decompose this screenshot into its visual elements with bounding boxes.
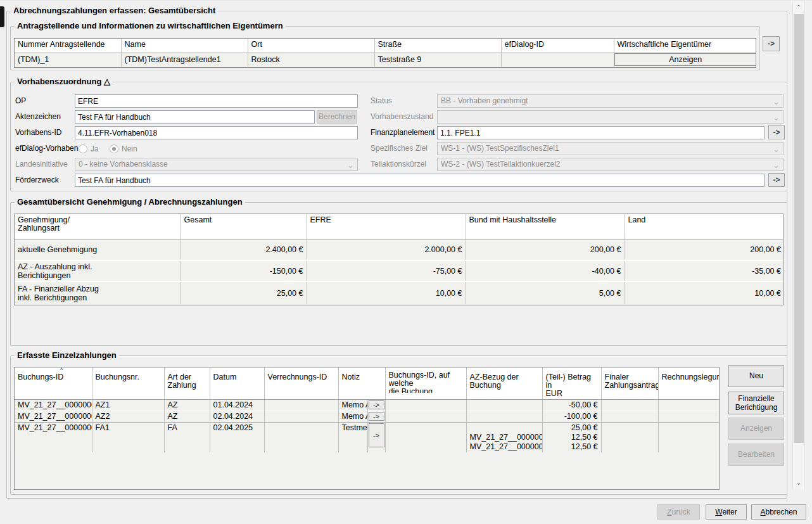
col-datum[interactable]: Datum <box>210 367 264 400</box>
foerderzweck-arrow-button[interactable]: -> <box>768 173 785 187</box>
header-line: EUR <box>546 390 598 398</box>
finanzielle-berichtigung-button[interactable]: Finanzielle Berichtigung <box>728 392 784 414</box>
spezifisches-ziel-label: Spezifisches Ziel <box>371 142 428 155</box>
cell-line: 12,50 € <box>546 433 598 442</box>
finanzplanelement-input[interactable] <box>437 126 764 139</box>
notiz-arrow-button[interactable]: -> <box>369 423 384 447</box>
scroll-down-button[interactable]: ⌄ <box>793 477 804 488</box>
foerderzweck-input[interactable] <box>75 174 764 187</box>
op-input[interactable] <box>75 94 358 108</box>
notiz-arrow-button[interactable]: -> <box>369 400 384 409</box>
finanzplanelement-arrow-button[interactable]: -> <box>768 125 785 139</box>
cell-efre: -75,00 € <box>307 260 466 281</box>
application-window: Abrechnungszahlungen erfassen: Gesamtübe… <box>0 0 812 524</box>
radio-nein-label: Nein <box>122 143 137 156</box>
col-teil-betrag[interactable]: (Teil-) Betrag in EUR <box>542 367 601 400</box>
antragstellende-table: Nummer Antragstellende Name Ort Straße e… <box>14 38 756 68</box>
teilaktionskuerzel-value: WS-2 - (WS) TestTeilaktionkuerzel2 <box>441 160 561 169</box>
teilaktionskuerzel-label: Teilaktionskürzel <box>371 158 426 171</box>
cell-notiz-btn: -> <box>367 411 385 423</box>
header-line: die Buchung <box>389 388 463 393</box>
col-efre: EFRE <box>307 214 466 240</box>
vorhaben-title: Vorhabenszuordnung △ <box>15 77 113 86</box>
aktenzeichen-label: Aktenzeichen <box>15 110 61 124</box>
gesamt-row-aktuelle-genehmigung: aktuelle Genehmigung 2.400,00 € 2.000,00… <box>15 240 783 260</box>
notiz-arrow-button[interactable]: -> <box>369 412 384 421</box>
col-finaler-zahlungsantrag[interactable]: Finaler Zahlungsantrag <box>601 367 658 400</box>
col-rechnungslegung[interactable]: Rechnungslegung <box>658 367 720 400</box>
gesamt-table: Genehmigung/ Zahlungsart Gesamt EFRE Bun… <box>14 214 783 305</box>
cell-notiz-btn: -> <box>367 423 385 453</box>
cell-finaler <box>601 411 658 423</box>
cell-finaler <box>601 423 658 453</box>
chevron-down-icon: ⌄ <box>773 159 780 171</box>
cell-line: FA - Finanzieller Abzug <box>18 284 177 293</box>
button-label: bbrechen <box>765 508 797 516</box>
aktenzeichen-input[interactable] <box>75 110 315 124</box>
chevron-down-icon: ⌄ <box>773 143 780 155</box>
neu-button[interactable]: Neu <box>728 365 784 387</box>
status-label: Status <box>371 94 392 108</box>
cell-label: FA - Finanzieller Abzug inkl. Berichtigu… <box>15 281 181 304</box>
cell-line: MV_21_27__0000000056 <box>470 442 539 452</box>
cell-art: FA <box>164 423 210 453</box>
cell-land: 200,00 € <box>625 240 783 260</box>
col-buchungs-id[interactable]: ^ Buchungs-ID <box>15 367 92 400</box>
col-art-der-zahlung[interactable]: Art der Zahlung <box>164 367 210 400</box>
sort-ascending-icon: ^ <box>60 367 63 373</box>
gesamt-header-row: Genehmigung/ Zahlungsart Gesamt EFRE Bun… <box>15 214 783 240</box>
cell-efre: 10,00 € <box>307 281 466 304</box>
chevron-down-icon: ⌄ <box>773 96 780 108</box>
vorhabens-id-label: Vorhabens-ID <box>15 126 61 139</box>
cell-line: inkl. Berichtigungen <box>18 293 177 302</box>
cell-betrag: 25,00 € 12,50 € 12,50 € <box>542 423 601 453</box>
vorhabens-id-input[interactable] <box>75 126 358 139</box>
scroll-up-button[interactable]: ⌃ <box>793 2 804 13</box>
vertical-scrollbar[interactable]: ⌃ ⌄ <box>792 2 805 489</box>
anzeigen-eigentuemer-button[interactable]: Anzeigen <box>614 53 757 66</box>
header-multiline: Buchungs-ID, auf welche die Buchung <box>389 371 463 393</box>
vertical-scrollbar-thumb[interactable] <box>794 14 804 443</box>
antragstellende-data-row: (TDM)_1 (TDM)TestAntragstellende1 Rostoc… <box>15 53 756 67</box>
col-verrechnungs-id[interactable]: Verrechnungs-ID <box>264 367 338 400</box>
einzel-row-1[interactable]: MV_21_27__0000000055 AZ1 AZ 01.04.2024 M… <box>15 400 720 411</box>
cell-az <box>466 400 542 411</box>
teilaktionskuerzel-select: WS-2 - (WS) TestTeilaktionkuerzel2 ⌄ <box>437 158 783 171</box>
header-line: (Teil-) Betrag in <box>546 373 598 390</box>
background-window-edge <box>0 6 4 27</box>
col-buchungsnr[interactable]: Buchungsnr. <box>92 367 164 400</box>
cell-az: MV_21_27__0000000055 MV_21_27__000000005… <box>466 423 542 453</box>
col-notiz[interactable]: Notiz <box>338 367 385 400</box>
cell-ref <box>385 400 466 411</box>
antragstellende-header-row: Nummer Antragstellende Name Ort Straße e… <box>15 39 756 53</box>
col-az-bezug[interactable]: AZ-Bezug der Buchung <box>466 367 542 400</box>
cell-efre: 2.000,00 € <box>307 240 466 260</box>
antragstellende-detail-arrow-button[interactable]: -> <box>763 36 780 51</box>
col-buchungs-id-ref[interactable]: Buchungs-ID, auf welche die Buchung <box>385 367 466 400</box>
col-nummer-antragstellende: Nummer Antragstellende <box>15 39 121 53</box>
spezifisches-ziel-value: WS-1 - (WS) TestSpezifischesZiel1 <box>441 144 559 153</box>
cell-rechnung <box>658 400 720 411</box>
gesamt-title: Gesamtübersicht Genehmigung / Abrechnung… <box>15 197 245 207</box>
cell-gesamt: 2.400,00 € <box>181 240 307 260</box>
cell-rechnung <box>658 423 720 453</box>
cell-nr: AZ1 <box>92 400 164 411</box>
vorhaben-title-text: Vorhabenszuordnung <box>17 77 101 86</box>
cell-strasse: Teststraße 9 <box>374 53 501 67</box>
abbrechen-button[interactable]: Abbrechen <box>751 504 806 520</box>
gesamt-row-fa-abzug: FA - Finanzieller Abzug inkl. Berichtigu… <box>15 281 783 304</box>
weiter-button[interactable]: Weiter <box>706 504 747 520</box>
berechnen-button: Berechnen <box>317 110 357 124</box>
einzel-row-3[interactable]: MV_21_27__0000000061 FA1 FA 02.04.2025 T… <box>15 423 720 453</box>
cell-betrag: -50,00 € <box>542 400 601 411</box>
cell-verrechnung <box>264 411 338 423</box>
cell-gesamt: 25,00 € <box>181 281 307 304</box>
cell-betrag: -100,00 € <box>542 411 601 423</box>
cell-line: Berichtigungen <box>18 271 177 280</box>
cell-line: AZ - Auszahlung inkl. <box>18 262 177 271</box>
radio-nein <box>110 144 118 153</box>
cell-id: MV_21_27__0000000055 <box>15 400 92 411</box>
cell-ort: Rostock <box>248 53 374 67</box>
einzel-row-2[interactable]: MV_21_27__0000000056 AZ2 AZ 02.04.2024 M… <box>15 411 720 423</box>
cell-notiz: Memo AZ <box>338 411 367 423</box>
